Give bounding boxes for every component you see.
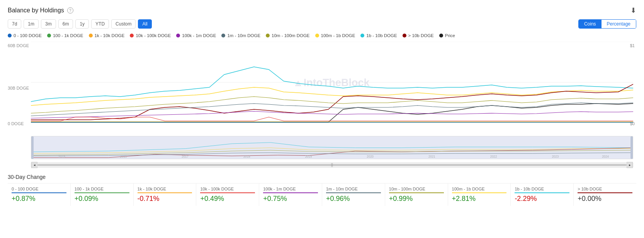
btn-6m[interactable]: 6m <box>58 19 73 29</box>
change-value-1: +0.09% <box>75 195 129 203</box>
legend-label-3: 10k - 100k DOGE <box>136 33 171 38</box>
legend-item-4[interactable]: 100k - 1m DOGE <box>176 33 216 38</box>
btn-1m[interactable]: 1m <box>24 19 39 29</box>
y-label-60b: 60B DOGE <box>8 43 29 48</box>
legend-item-8[interactable]: 1b - 10b DOGE <box>360 33 397 38</box>
change-col-2: 1k - 10k DOGE -0.71% <box>134 184 197 206</box>
mini-chart[interactable]: 2015 2016 2017 2018 2019 2020 2021 2022 … <box>31 136 633 159</box>
legend-label-8: 1b - 10b DOGE <box>366 33 397 38</box>
change-grid: 0 - 100 DOGE +0.87% 100 - 1k DOGE +0.09%… <box>8 183 636 206</box>
page-title: Balance by Holdings <box>8 7 64 14</box>
change-value-6: +0.99% <box>389 195 444 203</box>
change-label-4: 100k - 1m DOGE <box>263 187 318 193</box>
legend-dot-10 <box>439 34 443 37</box>
legend-label-4: 100k - 1m DOGE <box>182 33 216 38</box>
change-col-8: 1b - 10b DOGE -2.29% <box>511 184 574 206</box>
btn-all[interactable]: All <box>138 19 151 29</box>
change-label-9: > 10b DOGE <box>578 187 632 193</box>
change-col-7: 100m - 1b DOGE +2.81% <box>448 184 511 206</box>
change-value-5: +0.96% <box>326 195 381 203</box>
legend-dot-4 <box>176 34 180 37</box>
legend-dot-1 <box>47 34 51 37</box>
help-icon[interactable]: ? <box>67 7 73 14</box>
change-label-6: 10m - 100m DOGE <box>389 187 444 193</box>
btn-custom[interactable]: Custom <box>111 19 136 29</box>
change-col-6: 10m - 100m DOGE +0.99% <box>385 184 448 206</box>
svg-rect-36 <box>31 136 633 159</box>
legend-dot-2 <box>89 34 93 37</box>
change-value-8: -2.29% <box>515 195 569 203</box>
change-col-4: 100k - 1m DOGE +0.75% <box>259 184 322 206</box>
svg-rect-38 <box>630 136 633 159</box>
change-col-9: > 10b DOGE +0.00% <box>574 184 636 206</box>
y-label-0: 0 DOGE <box>8 121 24 126</box>
legend-label-5: 1m - 10m DOGE <box>227 33 260 38</box>
legend-label-9: > 10b DOGE <box>408 33 434 38</box>
scrollbar[interactable]: ◂ ⣿ ▸ <box>31 162 633 168</box>
change-col-1: 100 - 1k DOGE +0.09% <box>71 184 134 206</box>
legend-label-7: 100m - 1b DOGE <box>321 33 355 38</box>
change-label-3: 10k - 100k DOGE <box>200 187 255 193</box>
change-value-0: +0.87% <box>12 195 66 203</box>
scrollbar-track: ⣿ <box>37 163 627 167</box>
legend-item-7[interactable]: 100m - 1b DOGE <box>315 33 355 38</box>
change-value-4: +0.75% <box>263 195 318 203</box>
btn-ytd[interactable]: YTD <box>91 19 109 29</box>
legend-label-6: 10m - 100m DOGE <box>272 33 309 38</box>
change-label-1: 100 - 1k DOGE <box>75 187 129 193</box>
change-label-7: 100m - 1b DOGE <box>452 187 507 193</box>
scrollbar-thumb[interactable]: ⣿ <box>37 164 627 166</box>
change-value-7: +2.81% <box>452 195 507 203</box>
legend-label-1: 100 - 1k DOGE <box>53 33 83 38</box>
legend-label-0: 0 - 100 DOGE <box>14 33 42 38</box>
change-label-5: 1m - 10m DOGE <box>326 187 381 193</box>
btn-3m[interactable]: 3m <box>41 19 56 29</box>
legend-dot-8 <box>360 34 364 37</box>
legend-dot-6 <box>266 34 270 37</box>
y-label-30b: 30B DOGE <box>8 86 29 90</box>
btn-1y[interactable]: 1y <box>75 19 89 29</box>
main-chart-container: 60B DOGE 30B DOGE 0 DOGE $1 $0 ⟁ IntoThe… <box>8 42 636 168</box>
legend-item-2[interactable]: 1k - 10k DOGE <box>89 33 125 38</box>
change-label-8: 1b - 10b DOGE <box>515 187 569 193</box>
change-value-9: +0.00% <box>578 195 632 203</box>
scroll-right-btn[interactable]: ▸ <box>627 162 633 168</box>
change-col-0: 0 - 100 DOGE +0.87% <box>8 184 71 206</box>
legend-dot-7 <box>315 34 319 37</box>
change-label-0: 0 - 100 DOGE <box>12 187 66 193</box>
legend-dot-3 <box>130 34 134 37</box>
chart-legend: 0 - 100 DOGE 100 - 1k DOGE 1k - 10k DOGE… <box>8 33 636 38</box>
legend-item-1[interactable]: 100 - 1k DOGE <box>47 33 83 38</box>
scroll-left-btn[interactable]: ◂ <box>31 162 37 168</box>
legend-item-5[interactable]: 1m - 10m DOGE <box>221 33 260 38</box>
btn-7d[interactable]: 7d <box>8 19 21 29</box>
download-icon[interactable]: ⬇ <box>630 6 636 15</box>
legend-dot-9 <box>403 34 406 37</box>
view-percentage-btn[interactable]: Percentage <box>602 20 636 28</box>
main-chart-svg: ⟁ IntoTheBlock <box>31 42 633 123</box>
change-value-3: +0.49% <box>200 195 255 203</box>
thirty-day-change-section: 30-Day Change 0 - 100 DOGE +0.87% 100 - … <box>8 174 636 206</box>
legend-item-9[interactable]: > 10b DOGE <box>403 33 434 38</box>
legend-item-0[interactable]: 0 - 100 DOGE <box>8 33 42 38</box>
view-coins-btn[interactable]: Coins <box>579 20 602 28</box>
change-col-3: 10k - 100k DOGE +0.49% <box>196 184 259 206</box>
controls-bar: 7d 1m 3m 6m 1y YTD Custom All Coins Perc… <box>8 19 636 29</box>
change-col-5: 1m - 10m DOGE +0.96% <box>322 184 385 206</box>
legend-item-3[interactable]: 10k - 100k DOGE <box>130 33 171 38</box>
legend-item-6[interactable]: 10m - 100m DOGE <box>266 33 309 38</box>
change-label-2: 1k - 10k DOGE <box>138 187 192 193</box>
change-value-2: -0.71% <box>138 195 192 203</box>
legend-label-2: 1k - 10k DOGE <box>95 33 125 38</box>
legend-label-10: Price <box>445 33 455 38</box>
legend-item-10[interactable]: Price <box>439 33 455 38</box>
change-title: 30-Day Change <box>8 174 636 180</box>
legend-dot-0 <box>8 34 12 37</box>
mini-chart-svg: 2015 2016 2017 2018 2019 2020 2021 2022 … <box>31 136 633 159</box>
legend-dot-5 <box>221 34 225 37</box>
view-toggle: Coins Percentage <box>578 19 636 29</box>
chart-area: 60B DOGE 30B DOGE 0 DOGE $1 $0 ⟁ IntoThe… <box>8 42 636 134</box>
svg-rect-37 <box>31 136 34 159</box>
